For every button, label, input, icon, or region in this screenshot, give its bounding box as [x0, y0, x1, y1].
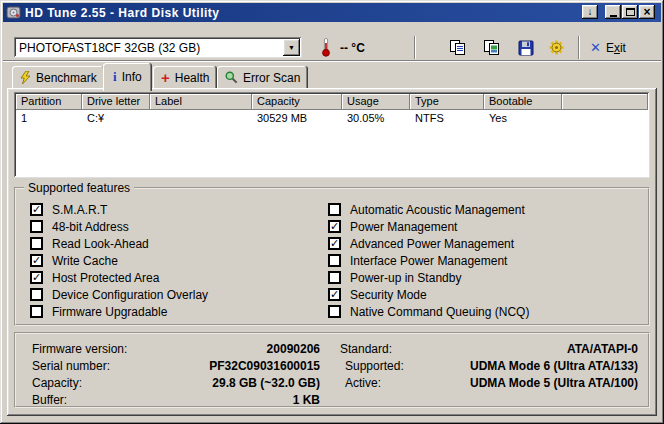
feature-label: Power Management: [350, 220, 457, 234]
partition-table-header: PartitionDrive letterLabelCapacityUsageT…: [16, 94, 648, 110]
title-bar[interactable]: HD Tune 2.55 - Hard Disk Utility ↓ ×: [3, 3, 661, 22]
features-column-right: Automatic Acoustic Management✓Power Mana…: [328, 201, 644, 320]
info-row: Active:UDMA Mode 5 (Ultra ATA/100): [332, 374, 648, 391]
feature-label: Read Look-Ahead: [52, 237, 149, 251]
feature-checkbox[interactable]: ✓: [30, 203, 43, 216]
info-row: Firmware version:20090206: [16, 340, 332, 357]
maximize-button[interactable]: [622, 5, 638, 19]
info-label: Capacity:: [32, 376, 82, 390]
copy-text-button[interactable]: [447, 37, 469, 58]
feature-row: Interface Power Management: [328, 252, 644, 269]
tab-info[interactable]: i Info: [103, 63, 152, 91]
info-value: 29.8 GB (~32.0 GB): [212, 376, 320, 390]
feature-row: Device Configuration Overlay: [30, 286, 330, 303]
column-header-type[interactable]: Type: [410, 94, 484, 110]
info-row: Serial number:PF32C09031600015: [16, 357, 332, 374]
table-cell: 30529 MB: [252, 111, 342, 127]
column-header-usage[interactable]: Usage: [342, 94, 410, 110]
supported-features-title: Supported features: [24, 181, 134, 195]
feature-checkbox[interactable]: [30, 220, 43, 233]
column-header-partition[interactable]: Partition: [16, 94, 82, 110]
feature-checkbox[interactable]: ✓: [328, 237, 341, 250]
info-value: ATA/ATAPI-0: [567, 342, 638, 356]
feature-checkbox[interactable]: [30, 305, 43, 318]
error-scan-magnifier-icon: [225, 71, 238, 84]
app-icon: [6, 5, 21, 20]
feature-label: Security Mode: [350, 288, 427, 302]
drive-select-value: PHOTOFAST18CF 32GB (32 GB): [14, 41, 283, 55]
info-value: 1 KB: [293, 393, 320, 407]
toolbar-separator: [414, 36, 416, 59]
tab-label: Error Scan: [243, 71, 300, 85]
feature-checkbox[interactable]: ✓: [30, 254, 43, 267]
info-label: Active:: [345, 376, 381, 390]
feature-checkbox[interactable]: ✓: [328, 288, 341, 301]
chevron-down-icon[interactable]: ▼: [283, 39, 300, 56]
table-cell: Yes: [484, 111, 562, 127]
feature-label: Firmware Upgradable: [52, 305, 167, 319]
exit-label: Exit: [606, 41, 626, 55]
info-value: UDMA Mode 5 (Ultra ATA/100): [470, 376, 638, 390]
info-value: 20090206: [267, 342, 320, 356]
copy-screenshot-button[interactable]: [481, 37, 503, 58]
device-info-panel: Firmware version:20090206Serial number:P…: [14, 332, 650, 408]
tab-benchmark[interactable]: Benchmark: [12, 66, 105, 89]
close-button[interactable]: ×: [639, 5, 655, 19]
tab-health[interactable]: + Health: [153, 66, 217, 89]
temperature-readout: -- °C: [340, 41, 365, 55]
info-value: UDMA Mode 6 (Ultra ATA/133): [470, 359, 638, 373]
benchmark-lightning-icon: [20, 71, 31, 85]
feature-checkbox[interactable]: [30, 288, 43, 301]
info-row: Standard:ATA/ATAPI-0: [332, 340, 648, 357]
column-header-bootable[interactable]: Bootable: [484, 94, 562, 110]
partition-table[interactable]: PartitionDrive letterLabelCapacityUsageT…: [14, 92, 650, 178]
feature-checkbox[interactable]: ✓: [30, 271, 43, 284]
feature-label: Power-up in Standby: [350, 271, 461, 285]
table-cell: NTFS: [410, 111, 484, 127]
feature-checkbox[interactable]: [328, 254, 341, 267]
toolbar-separator: [578, 36, 580, 59]
feature-row: ✓Advanced Power Management: [328, 235, 644, 252]
column-header-label[interactable]: Label: [150, 94, 252, 110]
feature-row: 48-bit Address: [30, 218, 330, 235]
feature-label: 48-bit Address: [52, 220, 129, 234]
exit-button[interactable]: ✕ Exit: [586, 37, 630, 58]
rollup-button[interactable]: ↓: [582, 5, 598, 19]
feature-checkbox[interactable]: [328, 271, 341, 284]
info-label: Supported:: [345, 359, 404, 373]
info-label: Standard:: [340, 342, 392, 356]
table-cell: 30.05%: [342, 111, 410, 127]
table-row[interactable]: 1C:¥30529 MB30.05%NTFSYes: [16, 111, 648, 127]
minimize-button[interactable]: [605, 5, 621, 19]
health-cross-icon: +: [161, 70, 170, 85]
save-screenshot-button[interactable]: [515, 37, 537, 58]
feature-label: Advanced Power Management: [350, 237, 514, 251]
feature-row: Read Look-Ahead: [30, 235, 330, 252]
feature-label: Automatic Acoustic Management: [350, 203, 525, 217]
feature-checkbox[interactable]: [30, 237, 43, 250]
info-label: Serial number:: [32, 359, 110, 373]
copy-screenshot-icon: [483, 39, 501, 56]
hd-tune-window: HD Tune 2.55 - Hard Disk Utility ↓ × PHO…: [0, 0, 664, 424]
feature-label: Device Configuration Overlay: [52, 288, 208, 302]
tab-error-scan[interactable]: Error Scan: [217, 66, 308, 89]
column-header-drive-letter[interactable]: Drive letter: [82, 94, 150, 110]
info-row: Capacity:29.8 GB (~32.0 GB): [16, 374, 332, 391]
feature-row: Firmware Upgradable: [30, 303, 330, 320]
feature-checkbox[interactable]: [328, 203, 341, 216]
options-button[interactable]: [545, 37, 567, 58]
feature-label: Write Cache: [52, 254, 118, 268]
feature-checkbox[interactable]: ✓: [328, 220, 341, 233]
feature-row: Native Command Queuing (NCQ): [328, 303, 644, 320]
tab-label: Health: [175, 71, 210, 85]
column-header-filler: [562, 94, 648, 110]
drive-select-combobox[interactable]: PHOTOFAST18CF 32GB (32 GB) ▼: [14, 37, 302, 58]
feature-label: S.M.A.R.T: [52, 203, 107, 217]
minimize-icon: [610, 15, 617, 17]
feature-row: ✓Security Mode: [328, 286, 644, 303]
feature-checkbox[interactable]: [328, 305, 341, 318]
feature-label: Interface Power Management: [350, 254, 507, 268]
column-header-capacity[interactable]: Capacity: [252, 94, 342, 110]
device-info-right: Standard:ATA/ATAPI-0Supported:UDMA Mode …: [332, 340, 648, 406]
options-gear-icon: [548, 39, 565, 56]
